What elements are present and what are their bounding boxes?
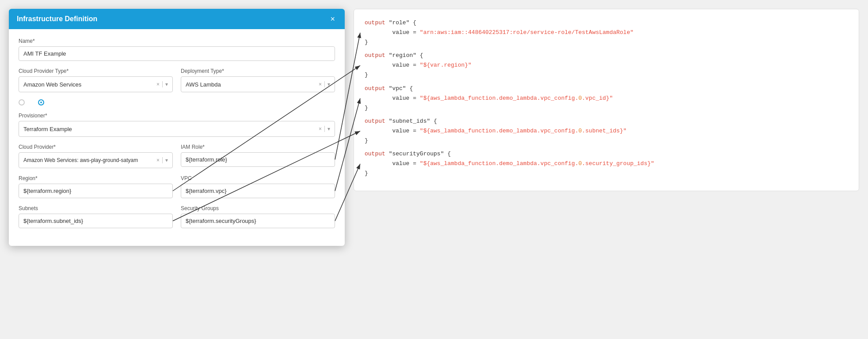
code-block-security-groups: output "securityGroups" { value = "${aws… <box>365 149 848 178</box>
cloud-provider-clear-icon[interactable]: × <box>156 157 160 163</box>
provisioning-radio-group <box>19 99 335 105</box>
infrastructure-definition-dialog: Infrastructure Definition × Name* Cloud … <box>9 9 345 246</box>
cloud-provider-type-value: Amazon Web Services <box>23 81 156 88</box>
cloud-provider-type-select[interactable]: Amazon Web Services × ▾ <box>19 76 173 92</box>
code-block-region: output "region" { value = "${var.region}… <box>365 51 848 80</box>
dialog-header: Infrastructure Definition × <box>9 9 345 29</box>
provisioner-value: Terraform Example <box>23 126 319 132</box>
region-group: Region* <box>19 175 173 198</box>
subnets-group: Subnets <box>19 205 173 228</box>
security-groups-input[interactable] <box>181 214 335 228</box>
dialog-body: Name* Cloud Provider Type* Amazon Web Se… <box>9 29 345 246</box>
radio-dot-provisioned <box>19 99 25 105</box>
name-field-group: Name* <box>19 38 335 61</box>
radio-map-dynamic[interactable] <box>38 99 47 105</box>
provisioner-chevron-icon[interactable]: ▾ <box>327 126 330 132</box>
cloud-provider-type-chevron-icon[interactable]: ▾ <box>165 81 168 87</box>
region-input[interactable] <box>19 184 173 198</box>
dialog-title: Infrastructure Definition <box>17 15 97 23</box>
radio-already-provisioned[interactable] <box>19 99 27 105</box>
iam-role-group: IAM Role* <box>181 144 335 168</box>
vpc-input[interactable] <box>181 184 335 198</box>
security-groups-label: Security Groups <box>181 205 335 211</box>
iam-role-label: IAM Role* <box>181 144 335 150</box>
subnets-security-row: Subnets Security Groups <box>19 205 335 235</box>
code-block-subnet-ids: output "subnet_ids" { value = "${aws_lam… <box>365 117 848 146</box>
name-input[interactable] <box>19 46 335 61</box>
deployment-type-select[interactable]: AWS Lambda × ▾ <box>181 76 335 92</box>
cloud-provider-select[interactable]: Amazon Web Services: aws-play-ground-sat… <box>19 152 173 168</box>
provisioner-label: Provisioner* <box>19 113 335 119</box>
security-groups-group: Security Groups <box>181 205 335 228</box>
code-block-role: output "role" { value = "arn:aws:iam::44… <box>365 18 848 47</box>
provisioner-group: Provisioner* Terraform Example × ▾ <box>19 113 335 137</box>
region-label: Region* <box>19 175 173 181</box>
provisioner-clear-icon[interactable]: × <box>319 126 322 132</box>
vpc-group: VPC <box>181 175 335 198</box>
cloud-provider-group: Cloud Provider* Amazon Web Services: aws… <box>19 144 173 168</box>
cloud-provider-value: Amazon Web Services: aws-play-ground-sat… <box>23 157 156 163</box>
deployment-type-label: Deployment Type* <box>181 68 335 74</box>
cloud-deployment-row: Cloud Provider Type* Amazon Web Services… <box>19 68 335 99</box>
region-vpc-row: Region* VPC <box>19 175 335 205</box>
close-button[interactable]: × <box>328 15 337 23</box>
deployment-type-clear-icon[interactable]: × <box>319 81 322 87</box>
vpc-label: VPC <box>181 175 335 181</box>
cloud-provider-type-group: Cloud Provider Type* Amazon Web Services… <box>19 68 173 92</box>
deployment-type-value: AWS Lambda <box>186 81 319 88</box>
deployment-type-group: Deployment Type* AWS Lambda × ▾ <box>181 68 335 92</box>
subnets-input[interactable] <box>19 214 173 228</box>
subnets-label: Subnets <box>19 205 173 211</box>
provisioner-select[interactable]: Terraform Example × ▾ <box>19 121 335 137</box>
iam-role-input[interactable] <box>181 152 335 167</box>
cloud-provider-label: Cloud Provider* <box>19 144 173 150</box>
name-label: Name* <box>19 38 335 44</box>
cloud-provider-chevron-icon[interactable]: ▾ <box>165 157 168 163</box>
cloud-iam-row: Cloud Provider* Amazon Web Services: aws… <box>19 144 335 175</box>
cloud-provider-type-label: Cloud Provider Type* <box>19 68 173 74</box>
cloud-provider-type-clear-icon[interactable]: × <box>156 81 160 87</box>
deployment-type-chevron-icon[interactable]: ▾ <box>327 81 330 87</box>
radio-dot-dynamic <box>38 99 44 105</box>
code-block-vpc: output "vpc" { value = "${aws_lambda_fun… <box>365 84 848 113</box>
code-panel: output "role" { value = "arn:aws:iam::44… <box>354 9 859 191</box>
